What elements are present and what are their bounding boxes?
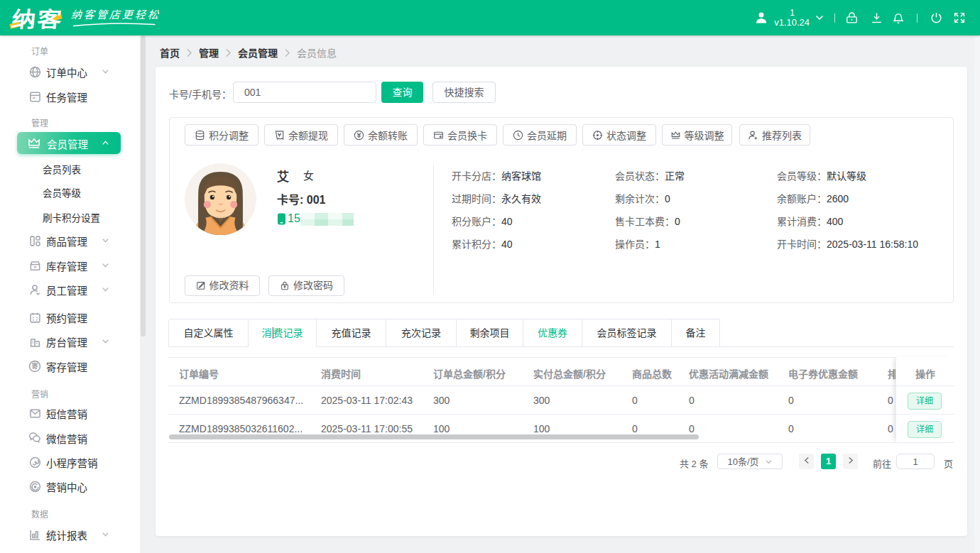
svg-text:寄: 寄 [31,362,38,370]
